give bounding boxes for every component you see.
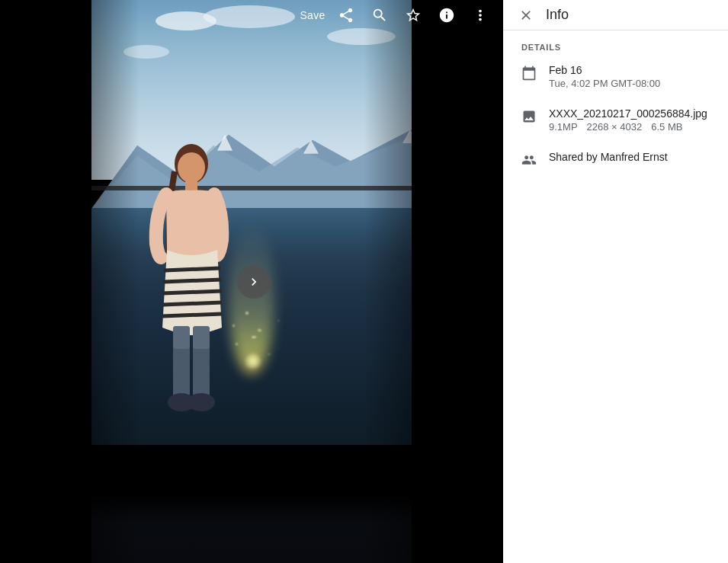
shared-detail-row: Shared by Manfred Ernst [521, 151, 710, 168]
date-primary: Feb 16 [549, 64, 660, 76]
next-button[interactable] [237, 265, 271, 299]
filesize: 6.5 MB [651, 121, 682, 133]
more-options-icon [472, 7, 489, 24]
close-icon [518, 8, 534, 23]
svg-line-8 [164, 268, 220, 270]
date-detail-row: Feb 16 Tue, 4:02 PM GMT-08:00 [521, 64, 710, 89]
toolbar-actions: Save [299, 2, 494, 29]
favorite-icon [405, 7, 422, 24]
megapixels: 9.1MP [549, 121, 578, 133]
svg-line-9 [163, 280, 221, 282]
info-content: DETAILS Feb 16 Tue, 4:02 PM GMT-08:00 [503, 30, 728, 198]
share-icon [338, 7, 354, 24]
date-secondary: Tue, 4:02 PM GMT-08:00 [549, 78, 660, 89]
date-detail-text: Feb 16 Tue, 4:02 PM GMT-08:00 [549, 64, 660, 89]
cloud [327, 28, 396, 45]
info-button[interactable] [433, 2, 460, 29]
svg-point-16 [188, 393, 215, 411]
sun-sparkle [245, 353, 261, 369]
dimensions: 2268 × 4032 [587, 121, 643, 133]
share-button[interactable] [332, 2, 360, 29]
photo-area: Save [0, 0, 503, 563]
svg-line-10 [162, 291, 222, 293]
favorite-button[interactable] [399, 2, 427, 29]
calendar-icon [521, 66, 537, 81]
more-options-button[interactable] [467, 2, 494, 29]
shared-detail-text: Shared by Manfred Ernst [549, 151, 668, 163]
toolbar: Save [0, 0, 503, 30]
zoom-icon [371, 7, 388, 24]
ground [91, 495, 412, 563]
svg-line-12 [162, 314, 222, 316]
info-icon [438, 7, 455, 24]
svg-line-11 [162, 302, 222, 305]
info-panel: Info DETAILS Feb 16 Tue, 4:02 PM GMT-08:… [503, 0, 728, 563]
zoom-button[interactable] [366, 2, 393, 29]
file-detail-text: XXXX_20210217_000256884.jpg 9.1MP 2268 ×… [549, 107, 707, 133]
close-info-button[interactable] [515, 5, 537, 26]
info-header: Info [503, 0, 728, 30]
info-panel-title: Info [546, 7, 569, 23]
save-button[interactable]: Save [299, 2, 326, 29]
shared-by: Shared by Manfred Ernst [549, 151, 668, 163]
image-icon [521, 109, 537, 124]
details-label: DETAILS [521, 43, 710, 52]
svg-point-6 [178, 152, 205, 183]
file-meta: 9.1MP 2268 × 4032 6.5 MB [549, 121, 707, 133]
file-detail-row: XXXX_20210217_000256884.jpg 9.1MP 2268 ×… [521, 107, 710, 133]
svg-rect-18 [193, 326, 210, 349]
filename: XXXX_20210217_000256884.jpg [549, 107, 707, 120]
cloud [123, 45, 169, 59]
svg-rect-17 [173, 326, 190, 349]
person-figure [140, 130, 231, 495]
chevron-right-icon [246, 274, 261, 289]
people-icon [521, 152, 537, 168]
main-layout: Save [0, 0, 728, 563]
